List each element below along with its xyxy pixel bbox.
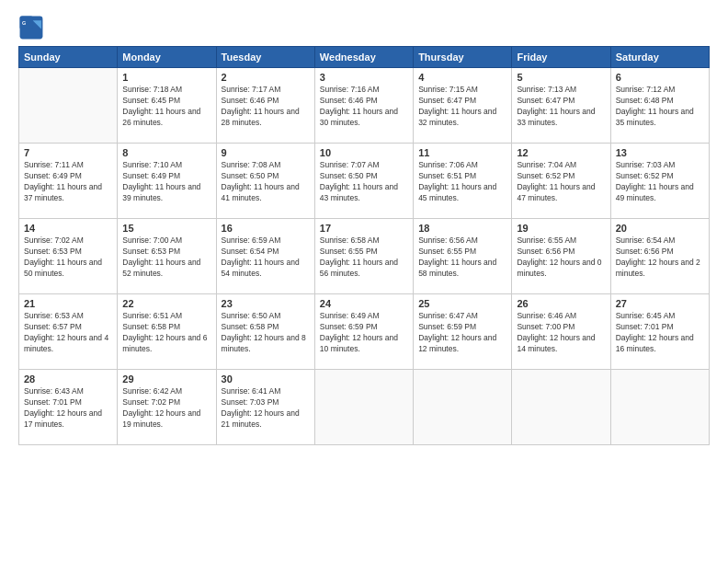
day-info: Sunrise: 6:41 AMSunset: 7:03 PMDaylight:…	[222, 386, 310, 431]
table-row: 16Sunrise: 6:59 AMSunset: 6:54 PMDayligh…	[216, 219, 314, 294]
day-number: 27	[616, 298, 704, 309]
day-info: Sunrise: 7:12 AMSunset: 6:48 PMDaylight:…	[616, 85, 704, 129]
day-info: Sunrise: 7:03 AMSunset: 6:52 PMDaylight:…	[616, 160, 704, 204]
calendar-header-row: Sunday Monday Tuesday Wednesday Thursday…	[19, 47, 710, 68]
table-row: 7Sunrise: 7:11 AMSunset: 6:49 PMDaylight…	[19, 144, 118, 219]
day-number: 6	[616, 72, 704, 83]
day-number: 20	[616, 223, 704, 234]
day-info: Sunrise: 6:58 AMSunset: 6:55 PMDaylight:…	[320, 236, 408, 280]
day-info: Sunrise: 6:46 AMSunset: 7:00 PMDaylight:…	[517, 311, 605, 355]
calendar-week-row: 28Sunrise: 6:43 AMSunset: 7:01 PMDayligh…	[19, 370, 710, 445]
table-row	[512, 370, 610, 445]
day-info: Sunrise: 6:42 AMSunset: 7:02 PMDaylight:…	[122, 386, 210, 431]
day-info: Sunrise: 6:53 AMSunset: 6:57 PMDaylight:…	[24, 311, 112, 355]
day-info: Sunrise: 7:16 AMSunset: 6:46 PMDaylight:…	[320, 85, 408, 129]
day-info: Sunrise: 6:59 AMSunset: 6:54 PMDaylight:…	[222, 236, 310, 280]
day-info: Sunrise: 7:02 AMSunset: 6:53 PMDaylight:…	[24, 236, 112, 280]
day-number: 10	[320, 147, 408, 158]
day-info: Sunrise: 6:45 AMSunset: 7:01 PMDaylight:…	[616, 311, 704, 355]
day-number: 2	[222, 72, 310, 83]
table-row: 14Sunrise: 7:02 AMSunset: 6:53 PMDayligh…	[19, 219, 118, 294]
calendar-week-row: 1Sunrise: 7:18 AMSunset: 6:45 PMDaylight…	[19, 68, 710, 144]
table-row: 2Sunrise: 7:17 AMSunset: 6:46 PMDaylight…	[216, 68, 314, 144]
day-number: 17	[320, 223, 408, 234]
table-row: 6Sunrise: 7:12 AMSunset: 6:48 PMDaylight…	[610, 68, 709, 144]
day-info: Sunrise: 7:18 AMSunset: 6:45 PMDaylight:…	[122, 85, 210, 129]
day-info: Sunrise: 6:54 AMSunset: 6:56 PMDaylight:…	[616, 236, 704, 280]
table-row: 17Sunrise: 6:58 AMSunset: 6:55 PMDayligh…	[314, 219, 413, 294]
calendar-table: Sunday Monday Tuesday Wednesday Thursday…	[18, 46, 710, 445]
day-number: 21	[24, 298, 112, 309]
day-number: 9	[222, 147, 310, 158]
header: G	[18, 15, 710, 40]
table-row: 5Sunrise: 7:13 AMSunset: 6:47 PMDaylight…	[512, 68, 610, 144]
table-row	[19, 68, 118, 144]
table-row: 27Sunrise: 6:45 AMSunset: 7:01 PMDayligh…	[610, 294, 709, 370]
day-number: 29	[122, 373, 210, 385]
table-row	[610, 370, 709, 445]
logo: G	[18, 15, 48, 40]
table-row: 1Sunrise: 7:18 AMSunset: 6:45 PMDaylight…	[118, 68, 216, 144]
day-info: Sunrise: 7:17 AMSunset: 6:46 PMDaylight:…	[222, 85, 310, 129]
table-row: 10Sunrise: 7:07 AMSunset: 6:50 PMDayligh…	[314, 144, 413, 219]
day-number: 28	[24, 373, 112, 385]
table-row: 21Sunrise: 6:53 AMSunset: 6:57 PMDayligh…	[19, 294, 118, 370]
day-info: Sunrise: 6:49 AMSunset: 6:59 PMDaylight:…	[320, 311, 408, 355]
day-number: 11	[418, 147, 506, 158]
day-info: Sunrise: 7:10 AMSunset: 6:49 PMDaylight:…	[122, 160, 210, 204]
day-number: 24	[320, 298, 408, 309]
day-number: 30	[222, 373, 310, 385]
table-row: 12Sunrise: 7:04 AMSunset: 6:52 PMDayligh…	[512, 144, 610, 219]
svg-text:G: G	[22, 20, 26, 26]
day-number: 5	[517, 72, 605, 83]
day-number: 18	[418, 223, 506, 234]
day-number: 1	[122, 72, 210, 83]
table-row	[414, 370, 512, 445]
day-number: 19	[517, 223, 605, 234]
calendar-week-row: 7Sunrise: 7:11 AMSunset: 6:49 PMDaylight…	[19, 144, 710, 219]
day-info: Sunrise: 7:15 AMSunset: 6:47 PMDaylight:…	[418, 85, 506, 129]
table-row: 28Sunrise: 6:43 AMSunset: 7:01 PMDayligh…	[19, 370, 118, 445]
day-info: Sunrise: 6:55 AMSunset: 6:56 PMDaylight:…	[517, 236, 605, 280]
day-info: Sunrise: 7:07 AMSunset: 6:50 PMDaylight:…	[320, 160, 408, 204]
day-info: Sunrise: 7:11 AMSunset: 6:49 PMDaylight:…	[24, 160, 112, 204]
calendar-week-row: 14Sunrise: 7:02 AMSunset: 6:53 PMDayligh…	[19, 219, 710, 294]
day-info: Sunrise: 7:04 AMSunset: 6:52 PMDaylight:…	[517, 160, 605, 204]
day-info: Sunrise: 6:51 AMSunset: 6:58 PMDaylight:…	[122, 311, 210, 355]
day-number: 14	[24, 223, 112, 234]
header-monday: Monday	[118, 47, 216, 68]
day-info: Sunrise: 6:56 AMSunset: 6:55 PMDaylight:…	[418, 236, 506, 280]
header-friday: Friday	[512, 47, 610, 68]
day-number: 13	[616, 147, 704, 158]
table-row: 13Sunrise: 7:03 AMSunset: 6:52 PMDayligh…	[610, 144, 709, 219]
table-row: 23Sunrise: 6:50 AMSunset: 6:58 PMDayligh…	[216, 294, 314, 370]
day-number: 8	[122, 147, 210, 158]
day-number: 4	[418, 72, 506, 83]
table-row: 15Sunrise: 7:00 AMSunset: 6:53 PMDayligh…	[118, 219, 216, 294]
table-row: 4Sunrise: 7:15 AMSunset: 6:47 PMDaylight…	[414, 68, 512, 144]
day-number: 26	[517, 298, 605, 309]
day-number: 16	[222, 223, 310, 234]
day-info: Sunrise: 6:47 AMSunset: 6:59 PMDaylight:…	[418, 311, 506, 355]
table-row: 24Sunrise: 6:49 AMSunset: 6:59 PMDayligh…	[314, 294, 413, 370]
header-sunday: Sunday	[19, 47, 118, 68]
day-info: Sunrise: 6:50 AMSunset: 6:58 PMDaylight:…	[222, 311, 310, 355]
header-thursday: Thursday	[414, 47, 512, 68]
table-row: 26Sunrise: 6:46 AMSunset: 7:00 PMDayligh…	[512, 294, 610, 370]
day-number: 23	[222, 298, 310, 309]
day-number: 12	[517, 147, 605, 158]
day-number: 3	[320, 72, 408, 83]
table-row	[314, 370, 413, 445]
day-info: Sunrise: 6:43 AMSunset: 7:01 PMDaylight:…	[24, 386, 112, 431]
header-saturday: Saturday	[610, 47, 709, 68]
table-row: 25Sunrise: 6:47 AMSunset: 6:59 PMDayligh…	[414, 294, 512, 370]
table-row: 19Sunrise: 6:55 AMSunset: 6:56 PMDayligh…	[512, 219, 610, 294]
table-row: 22Sunrise: 6:51 AMSunset: 6:58 PMDayligh…	[118, 294, 216, 370]
logo-icon: G	[18, 15, 44, 40]
day-info: Sunrise: 7:06 AMSunset: 6:51 PMDaylight:…	[418, 160, 506, 204]
day-number: 25	[418, 298, 506, 309]
table-row: 30Sunrise: 6:41 AMSunset: 7:03 PMDayligh…	[216, 370, 314, 445]
table-row: 20Sunrise: 6:54 AMSunset: 6:56 PMDayligh…	[610, 219, 709, 294]
day-number: 15	[122, 223, 210, 234]
header-tuesday: Tuesday	[216, 47, 314, 68]
